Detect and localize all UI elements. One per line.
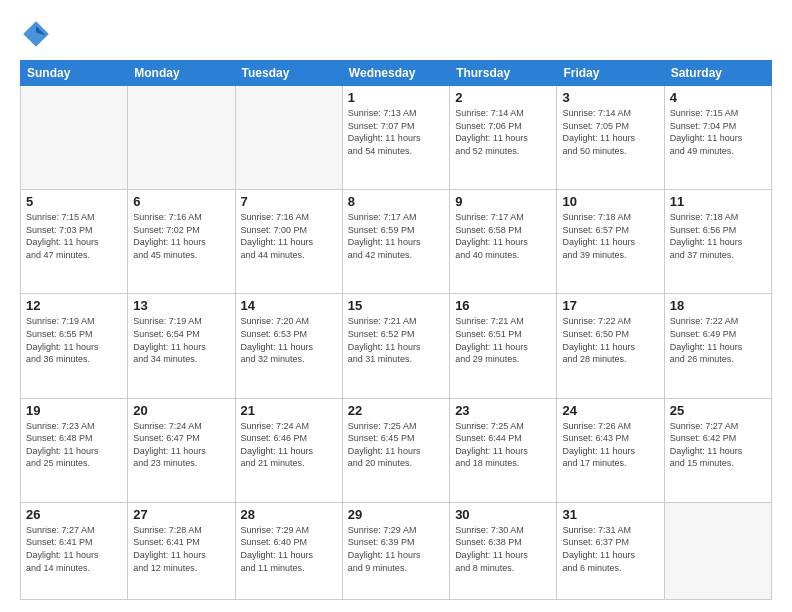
page: SundayMondayTuesdayWednesdayThursdayFrid…: [0, 0, 792, 612]
day-info: Sunrise: 7:27 AM Sunset: 6:41 PM Dayligh…: [26, 524, 122, 574]
day-number: 13: [133, 298, 229, 313]
calendar-cell: 11Sunrise: 7:18 AM Sunset: 6:56 PM Dayli…: [664, 190, 771, 294]
day-info: Sunrise: 7:28 AM Sunset: 6:41 PM Dayligh…: [133, 524, 229, 574]
day-info: Sunrise: 7:25 AM Sunset: 6:45 PM Dayligh…: [348, 420, 444, 470]
weekday-header-saturday: Saturday: [664, 61, 771, 86]
calendar-cell: 20Sunrise: 7:24 AM Sunset: 6:47 PM Dayli…: [128, 398, 235, 502]
day-number: 20: [133, 403, 229, 418]
day-info: Sunrise: 7:14 AM Sunset: 7:06 PM Dayligh…: [455, 107, 551, 157]
day-info: Sunrise: 7:19 AM Sunset: 6:54 PM Dayligh…: [133, 315, 229, 365]
day-info: Sunrise: 7:17 AM Sunset: 6:59 PM Dayligh…: [348, 211, 444, 261]
day-number: 27: [133, 507, 229, 522]
day-info: Sunrise: 7:18 AM Sunset: 6:56 PM Dayligh…: [670, 211, 766, 261]
day-info: Sunrise: 7:18 AM Sunset: 6:57 PM Dayligh…: [562, 211, 658, 261]
day-number: 10: [562, 194, 658, 209]
calendar-cell: 26Sunrise: 7:27 AM Sunset: 6:41 PM Dayli…: [21, 502, 128, 599]
calendar-cell: 21Sunrise: 7:24 AM Sunset: 6:46 PM Dayli…: [235, 398, 342, 502]
day-info: Sunrise: 7:21 AM Sunset: 6:52 PM Dayligh…: [348, 315, 444, 365]
day-number: 1: [348, 90, 444, 105]
day-number: 18: [670, 298, 766, 313]
day-info: Sunrise: 7:31 AM Sunset: 6:37 PM Dayligh…: [562, 524, 658, 574]
day-number: 4: [670, 90, 766, 105]
calendar-cell: 24Sunrise: 7:26 AM Sunset: 6:43 PM Dayli…: [557, 398, 664, 502]
day-number: 28: [241, 507, 337, 522]
calendar-cell: 13Sunrise: 7:19 AM Sunset: 6:54 PM Dayli…: [128, 294, 235, 398]
day-number: 25: [670, 403, 766, 418]
week-row-3: 12Sunrise: 7:19 AM Sunset: 6:55 PM Dayli…: [21, 294, 772, 398]
week-row-4: 19Sunrise: 7:23 AM Sunset: 6:48 PM Dayli…: [21, 398, 772, 502]
day-number: 22: [348, 403, 444, 418]
day-number: 3: [562, 90, 658, 105]
svg-marker-0: [23, 21, 49, 47]
calendar-cell: 14Sunrise: 7:20 AM Sunset: 6:53 PM Dayli…: [235, 294, 342, 398]
week-row-5: 26Sunrise: 7:27 AM Sunset: 6:41 PM Dayli…: [21, 502, 772, 599]
day-info: Sunrise: 7:27 AM Sunset: 6:42 PM Dayligh…: [670, 420, 766, 470]
day-info: Sunrise: 7:24 AM Sunset: 6:46 PM Dayligh…: [241, 420, 337, 470]
day-info: Sunrise: 7:30 AM Sunset: 6:38 PM Dayligh…: [455, 524, 551, 574]
day-number: 26: [26, 507, 122, 522]
day-info: Sunrise: 7:29 AM Sunset: 6:40 PM Dayligh…: [241, 524, 337, 574]
weekday-header-sunday: Sunday: [21, 61, 128, 86]
day-number: 5: [26, 194, 122, 209]
logo: [20, 18, 56, 50]
day-number: 24: [562, 403, 658, 418]
day-number: 21: [241, 403, 337, 418]
weekday-header-tuesday: Tuesday: [235, 61, 342, 86]
calendar-cell: 10Sunrise: 7:18 AM Sunset: 6:57 PM Dayli…: [557, 190, 664, 294]
day-info: Sunrise: 7:20 AM Sunset: 6:53 PM Dayligh…: [241, 315, 337, 365]
calendar-cell: 19Sunrise: 7:23 AM Sunset: 6:48 PM Dayli…: [21, 398, 128, 502]
calendar-cell: 6Sunrise: 7:16 AM Sunset: 7:02 PM Daylig…: [128, 190, 235, 294]
day-number: 8: [348, 194, 444, 209]
calendar-table: SundayMondayTuesdayWednesdayThursdayFrid…: [20, 60, 772, 600]
day-number: 29: [348, 507, 444, 522]
calendar-cell: 9Sunrise: 7:17 AM Sunset: 6:58 PM Daylig…: [450, 190, 557, 294]
day-info: Sunrise: 7:21 AM Sunset: 6:51 PM Dayligh…: [455, 315, 551, 365]
day-info: Sunrise: 7:22 AM Sunset: 6:50 PM Dayligh…: [562, 315, 658, 365]
calendar-cell: 5Sunrise: 7:15 AM Sunset: 7:03 PM Daylig…: [21, 190, 128, 294]
calendar-cell: [21, 86, 128, 190]
calendar-cell: 7Sunrise: 7:16 AM Sunset: 7:00 PM Daylig…: [235, 190, 342, 294]
logo-icon: [20, 18, 52, 50]
day-info: Sunrise: 7:17 AM Sunset: 6:58 PM Dayligh…: [455, 211, 551, 261]
calendar-cell: 15Sunrise: 7:21 AM Sunset: 6:52 PM Dayli…: [342, 294, 449, 398]
weekday-header-thursday: Thursday: [450, 61, 557, 86]
day-number: 19: [26, 403, 122, 418]
day-info: Sunrise: 7:15 AM Sunset: 7:04 PM Dayligh…: [670, 107, 766, 157]
day-info: Sunrise: 7:22 AM Sunset: 6:49 PM Dayligh…: [670, 315, 766, 365]
day-info: Sunrise: 7:14 AM Sunset: 7:05 PM Dayligh…: [562, 107, 658, 157]
weekday-header-friday: Friday: [557, 61, 664, 86]
calendar-cell: 17Sunrise: 7:22 AM Sunset: 6:50 PM Dayli…: [557, 294, 664, 398]
calendar-cell: 30Sunrise: 7:30 AM Sunset: 6:38 PM Dayli…: [450, 502, 557, 599]
calendar-cell: 27Sunrise: 7:28 AM Sunset: 6:41 PM Dayli…: [128, 502, 235, 599]
day-number: 11: [670, 194, 766, 209]
week-row-2: 5Sunrise: 7:15 AM Sunset: 7:03 PM Daylig…: [21, 190, 772, 294]
calendar-cell: 29Sunrise: 7:29 AM Sunset: 6:39 PM Dayli…: [342, 502, 449, 599]
day-number: 6: [133, 194, 229, 209]
calendar-cell: 2Sunrise: 7:14 AM Sunset: 7:06 PM Daylig…: [450, 86, 557, 190]
day-number: 15: [348, 298, 444, 313]
calendar-cell: 1Sunrise: 7:13 AM Sunset: 7:07 PM Daylig…: [342, 86, 449, 190]
day-info: Sunrise: 7:16 AM Sunset: 7:00 PM Dayligh…: [241, 211, 337, 261]
day-number: 17: [562, 298, 658, 313]
calendar-cell: 8Sunrise: 7:17 AM Sunset: 6:59 PM Daylig…: [342, 190, 449, 294]
day-number: 2: [455, 90, 551, 105]
calendar-cell: 16Sunrise: 7:21 AM Sunset: 6:51 PM Dayli…: [450, 294, 557, 398]
calendar-cell: 28Sunrise: 7:29 AM Sunset: 6:40 PM Dayli…: [235, 502, 342, 599]
calendar-cell: 31Sunrise: 7:31 AM Sunset: 6:37 PM Dayli…: [557, 502, 664, 599]
day-info: Sunrise: 7:13 AM Sunset: 7:07 PM Dayligh…: [348, 107, 444, 157]
calendar-cell: [664, 502, 771, 599]
day-number: 16: [455, 298, 551, 313]
day-info: Sunrise: 7:29 AM Sunset: 6:39 PM Dayligh…: [348, 524, 444, 574]
weekday-header-monday: Monday: [128, 61, 235, 86]
day-info: Sunrise: 7:23 AM Sunset: 6:48 PM Dayligh…: [26, 420, 122, 470]
day-info: Sunrise: 7:24 AM Sunset: 6:47 PM Dayligh…: [133, 420, 229, 470]
weekday-header-row: SundayMondayTuesdayWednesdayThursdayFrid…: [21, 61, 772, 86]
day-info: Sunrise: 7:26 AM Sunset: 6:43 PM Dayligh…: [562, 420, 658, 470]
day-info: Sunrise: 7:15 AM Sunset: 7:03 PM Dayligh…: [26, 211, 122, 261]
day-number: 23: [455, 403, 551, 418]
day-info: Sunrise: 7:19 AM Sunset: 6:55 PM Dayligh…: [26, 315, 122, 365]
calendar-cell: 23Sunrise: 7:25 AM Sunset: 6:44 PM Dayli…: [450, 398, 557, 502]
calendar-cell: 25Sunrise: 7:27 AM Sunset: 6:42 PM Dayli…: [664, 398, 771, 502]
day-number: 7: [241, 194, 337, 209]
header: [20, 18, 772, 50]
